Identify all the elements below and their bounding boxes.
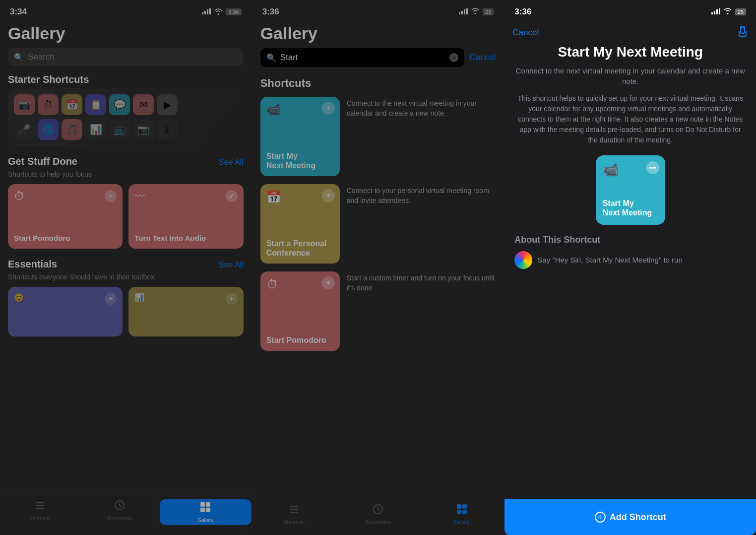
nav-shortcuts-icon-1 — [34, 499, 46, 514]
starter-section-header: Starter Shortcuts — [8, 74, 244, 85]
starter-icon-8: 🎤 — [14, 119, 35, 140]
svg-rect-15 — [462, 504, 467, 509]
starter-icons-row-2: 🎤 🌐 🎵 📊 📺 📷 🎙 — [14, 119, 238, 140]
siri-text: Say "Hey Siri, Start My Next Meeting" to… — [537, 255, 682, 265]
svg-rect-8 — [206, 508, 210, 512]
svg-rect-21 — [719, 8, 720, 14]
ess-add-1[interactable]: + — [105, 293, 117, 305]
detail-subtitle: Connect to the next virtual meeting in y… — [514, 66, 746, 86]
essentials-card-2[interactable]: 📊 + — [128, 287, 243, 336]
text-audio-icon: 〰 — [134, 190, 145, 203]
about-title: About This Shortcut — [514, 235, 746, 245]
status-icons-3: 25 — [711, 7, 746, 16]
card-top-1: ⏱ + — [14, 190, 117, 203]
search-input-2[interactable] — [280, 53, 446, 63]
ess-icon-1: 😊 — [14, 293, 24, 302]
nav-gallery-1[interactable]: Gallery — [160, 499, 252, 525]
result-label-2: Start a PersonalConference — [266, 239, 334, 258]
time-2: 3:36 — [262, 7, 279, 17]
detail-cancel-btn[interactable]: Cancel — [512, 28, 539, 38]
bottom-nav-1: Shortcuts Automation Gallery — [0, 495, 252, 535]
svg-rect-19 — [714, 11, 715, 14]
starter-icon-6: ✉ — [133, 94, 154, 115]
preview-icon: 📹 — [603, 162, 619, 178]
svg-rect-9 — [459, 12, 460, 14]
essentials-title: Essentials — [8, 259, 57, 270]
card-top-2: 〰 ✓ — [134, 190, 237, 203]
nav-automation-1[interactable]: Automation — [80, 499, 160, 525]
ess-add-2[interactable]: + — [226, 293, 238, 305]
result-add-2[interactable]: + — [322, 189, 335, 202]
result-item-3[interactable]: ⏱ + Start Pomodoro Start a custom timer … — [260, 271, 496, 351]
result-desc-1: Connect to the next virtual meeting in y… — [347, 97, 496, 118]
shortcut-card-pomodoro[interactable]: ⏱ + Start Pomodoro — [8, 184, 123, 249]
shortcut-cards-row-1: ⏱ + Start Pomodoro 〰 ✓ Turn Text Into Au… — [8, 184, 244, 249]
result-item-1[interactable]: 📹 + Start MyNext Meeting Connect to the … — [260, 97, 496, 176]
result-card-1[interactable]: 📹 + Start MyNext Meeting — [260, 97, 340, 176]
pomodoro-add-btn[interactable]: + — [105, 190, 117, 202]
starter-icons-row-1: 📷 ⏱ 📅 📋 💬 ✉ ▶ — [14, 94, 238, 115]
shortcut-card-text-audio[interactable]: 〰 ✓ Turn Text Into Audio — [128, 184, 243, 249]
result-item-2[interactable]: 📅 + Start a PersonalConference Connect t… — [260, 184, 496, 264]
svg-rect-12 — [466, 8, 468, 14]
nav-automation-2[interactable]: Automation — [336, 503, 420, 525]
essentials-header: Essentials See All — [8, 259, 244, 270]
search-input-1[interactable] — [28, 52, 238, 62]
nav-shortcuts-2[interactable]: Shortcuts — [252, 503, 336, 525]
panel-2: 3:36 25 Gallery 🔍 ✕ Cancel Shortcuts — [252, 0, 504, 535]
starter-banner: 📷 ⏱ 📅 📋 💬 ✉ ▶ 🎤 🌐 🎵 📊 📺 📷 🎙 — [8, 88, 244, 146]
wifi-icon-1 — [214, 8, 223, 16]
starter-icon-9: 🌐 — [38, 119, 59, 140]
nav-shortcuts-label-2: Shortcuts — [284, 520, 305, 525]
starter-icon-1: 📷 — [14, 94, 35, 115]
ess-icon-2: 📊 — [134, 293, 144, 302]
svg-rect-3 — [209, 8, 211, 14]
starter-icon-14: 🎙 — [157, 119, 178, 140]
ess-card-top-2: 📊 + — [134, 293, 237, 305]
panel-1: 3:34 3:34 Gallery 🔍 Starter Shortcuts 📷 … — [0, 0, 252, 535]
result-add-1[interactable]: + — [322, 102, 335, 115]
detail-header: Cancel — [504, 22, 756, 44]
result-label-3: Start Pomodoro — [266, 335, 334, 345]
result-card-3[interactable]: ⏱ + Start Pomodoro — [260, 271, 340, 351]
detail-share-btn[interactable] — [737, 26, 748, 40]
nav-gallery-label-1: Gallery — [197, 518, 213, 523]
nav-gallery-label-2: Gallery — [454, 520, 470, 525]
add-shortcut-bar[interactable]: + Add Shortcut — [504, 499, 756, 535]
text-audio-add-btn[interactable]: ✓ — [226, 190, 238, 202]
starter-icon-7: ▶ — [157, 94, 178, 115]
detail-description: This shortcut helps to quickly set up fo… — [514, 93, 746, 145]
starter-icon-2: ⏱ — [38, 94, 59, 115]
gallery-title-2: Gallery — [260, 24, 496, 43]
essentials-cards: 😊 + 📊 + — [8, 287, 244, 336]
battery-icon-3: 25 — [735, 8, 746, 15]
search-clear-btn[interactable]: ✕ — [449, 53, 458, 62]
get-stuff-done-subtitle: Shortcuts to help you focus — [8, 170, 244, 178]
starter-icon-10: 🎵 — [62, 119, 82, 140]
nav-shortcuts-icon-2 — [288, 503, 300, 518]
get-stuff-done-see-all[interactable]: See All — [219, 158, 244, 167]
search-row-2: 🔍 ✕ Cancel — [260, 48, 496, 67]
starter-icon-13: 📷 — [133, 119, 154, 140]
essentials-see-all[interactable]: See All — [219, 261, 244, 269]
wifi-icon-3 — [723, 7, 732, 16]
signal-icon-3 — [711, 7, 720, 16]
search-bar-2[interactable]: 🔍 ✕ — [260, 48, 465, 67]
search-icon-1: 🔍 — [14, 53, 24, 62]
nav-gallery-2[interactable]: Gallery — [420, 503, 504, 525]
signal-icon-1 — [202, 8, 211, 16]
nav-shortcuts-1[interactable]: Shortcuts — [0, 499, 80, 525]
status-bar-3: 3:36 25 — [504, 0, 756, 22]
nav-gallery-icon-1 — [199, 501, 211, 516]
essentials-card-1[interactable]: 😊 + — [8, 287, 123, 336]
preview-menu-btn[interactable]: ••• — [646, 161, 659, 174]
cancel-btn-2[interactable]: Cancel — [469, 53, 496, 63]
result-add-3[interactable]: + — [322, 276, 335, 289]
time-1: 3:34 — [10, 7, 27, 17]
result-icon-2: 📅 — [266, 190, 281, 204]
nav-shortcuts-label-1: Shortcuts — [29, 516, 50, 521]
result-card-2[interactable]: 📅 + Start a PersonalConference — [260, 184, 340, 264]
svg-rect-7 — [200, 508, 205, 512]
search-bar-1[interactable]: 🔍 — [8, 48, 244, 66]
result-label-1: Start MyNext Meeting — [266, 151, 334, 170]
